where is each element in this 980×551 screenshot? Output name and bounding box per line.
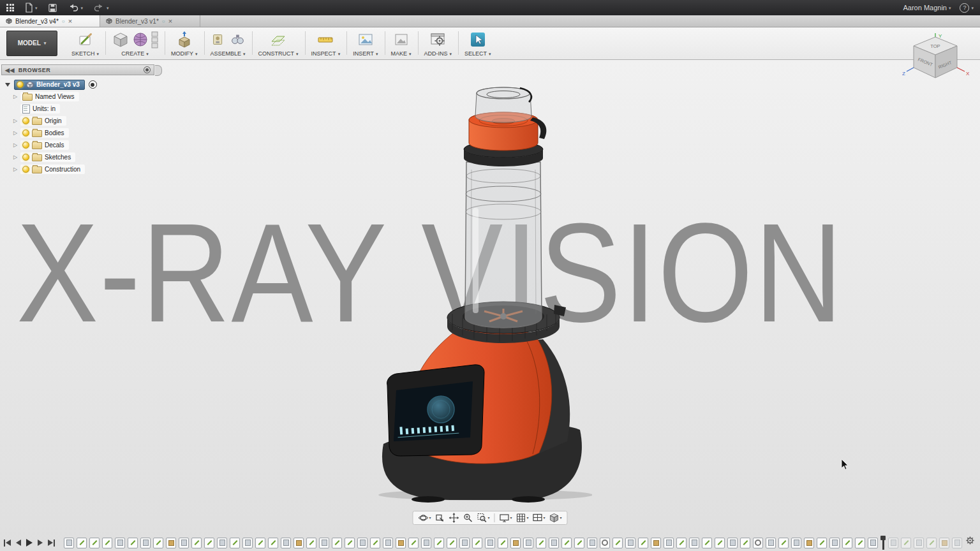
timeline-sketch-feature-icon[interactable] [77, 538, 87, 548]
skip-to-end-button[interactable] [48, 540, 55, 547]
timeline-doc-feature-icon[interactable] [357, 538, 368, 548]
timeline-sketch-feature-icon[interactable] [676, 538, 687, 548]
viewcube[interactable]: Y TOP FRONT RIGHT X Z [902, 32, 971, 85]
ribbon-group-make[interactable]: MAKE▾ [385, 27, 418, 59]
timeline-sketch-feature-icon[interactable] [901, 538, 911, 548]
timeline-doc-feature-icon[interactable] [689, 538, 699, 548]
blender-model[interactable] [372, 80, 592, 504]
ribbon-group-construct[interactable]: CONSTRUCT▾ [252, 27, 305, 59]
timeline-doc-feature-icon[interactable] [766, 538, 776, 548]
timeline-sketch-feature-icon[interactable] [255, 538, 265, 548]
browser-item-construction[interactable]: ▷Construction [4, 163, 154, 175]
grid-settings-button[interactable]: ▾ [514, 512, 531, 524]
timeline-doc-feature-icon[interactable] [459, 538, 470, 548]
timeline-doc-feature-icon[interactable] [485, 538, 495, 548]
timeline-sketch-feature-icon[interactable] [102, 538, 112, 548]
timeline-doc-feature-icon[interactable] [523, 538, 533, 548]
timeline-doc-feature-icon[interactable] [64, 538, 74, 548]
timeline-doc-feature-icon[interactable] [727, 538, 738, 548]
timeline-sketch-feature-icon[interactable] [434, 538, 444, 548]
timeline-doc-feature-icon[interactable] [179, 538, 189, 548]
create-form-icon[interactable] [131, 31, 149, 48]
browser-item-origin[interactable]: ▷Origin [4, 115, 154, 127]
create-sketch-icon[interactable] [77, 31, 94, 48]
tab-close-icon[interactable]: × [68, 17, 72, 25]
expand-closed-icon[interactable]: ▷ [13, 142, 18, 148]
timeline-doc-feature-icon[interactable] [217, 538, 227, 548]
ribbon-group-modify[interactable]: MODIFY▾ [165, 27, 204, 59]
timeline-doc-feature-icon[interactable] [281, 538, 291, 548]
activate-component-icon[interactable] [89, 80, 97, 89]
timeline-doc-feature-icon[interactable] [625, 538, 635, 548]
tab-close-icon[interactable]: × [168, 17, 172, 25]
timeline-box-feature-icon[interactable] [651, 538, 661, 548]
step-back-button[interactable] [16, 540, 21, 546]
ribbon-group-select[interactable]: SELECT▾ [458, 27, 498, 59]
timeline-sketch-feature-icon[interactable] [536, 538, 546, 548]
redo-button[interactable]: ▾ [93, 3, 109, 12]
timeline-doc-feature-icon[interactable] [319, 538, 329, 548]
timeline-doc-feature-icon[interactable] [383, 538, 393, 548]
timeline-sketch-feature-icon[interactable] [778, 538, 789, 548]
user-menu[interactable]: Aaron Magnin ▾ [903, 4, 951, 11]
timeline-sketch-feature-icon[interactable] [268, 538, 278, 548]
step-forward-button[interactable] [38, 540, 43, 546]
collapse-panel-icon[interactable]: ◀◀ [5, 67, 15, 73]
timeline-doc-feature-icon[interactable] [587, 538, 597, 548]
construction-plane-icon[interactable] [269, 31, 287, 48]
timeline-doc-feature-icon[interactable] [549, 538, 559, 548]
ribbon-group-assemble[interactable]: ASSEMBLE▾ [204, 27, 252, 59]
timeline-sketch-feature-icon[interactable] [191, 538, 202, 548]
timeline-doc-feature-icon[interactable] [952, 538, 962, 548]
look-at-button[interactable] [433, 512, 447, 524]
expand-closed-icon[interactable]: ▷ [13, 154, 18, 160]
timeline-sketch-feature-icon[interactable] [740, 538, 750, 548]
timeline-box-feature-icon[interactable] [293, 538, 304, 548]
zoom-button[interactable] [461, 512, 475, 524]
timeline-sketch-feature-icon[interactable] [926, 538, 937, 548]
timeline-sketch-feature-icon[interactable] [715, 538, 725, 548]
skip-to-start-button[interactable] [4, 540, 11, 547]
timeline-sketch-feature-icon[interactable] [447, 538, 457, 548]
document-tab[interactable]: Blender_v3 v1*○× [100, 15, 200, 27]
timeline-doc-feature-icon[interactable] [888, 538, 898, 548]
help-menu[interactable]: ? ▾ [960, 3, 974, 13]
timeline-sketch-feature-icon[interactable] [855, 538, 865, 548]
timeline-sketch-feature-icon[interactable] [345, 538, 355, 548]
timeline-sketch-feature-icon[interactable] [817, 538, 827, 548]
ribbon-group-addins[interactable]: ADD-INS▾ [418, 27, 459, 59]
timeline-sketch-feature-icon[interactable] [472, 538, 482, 548]
ribbon-group-create[interactable]: CREATE▾ [105, 27, 165, 59]
file-menu-button[interactable]: ▾ [24, 3, 38, 13]
save-button[interactable] [48, 3, 57, 13]
workspace-switcher[interactable]: MODEL ▾ [6, 31, 57, 56]
timeline-box-feature-icon[interactable] [396, 538, 406, 548]
visibility-bulb-icon[interactable] [22, 154, 29, 161]
timeline-box-feature-icon[interactable] [804, 538, 814, 548]
create-flyout-stack-icon[interactable] [151, 31, 158, 48]
select-icon[interactable] [469, 31, 487, 48]
insert-image-icon[interactable] [357, 31, 375, 48]
browser-item-sketches[interactable]: ▷Sketches [4, 151, 154, 163]
timeline-box-feature-icon[interactable] [939, 538, 949, 548]
viewports-button[interactable]: ▾ [531, 512, 547, 524]
timeline-doc-feature-icon[interactable] [115, 538, 125, 548]
timeline-doc-feature-icon[interactable] [791, 538, 801, 548]
press-pull-icon[interactable] [175, 31, 193, 48]
timeline-doc-feature-icon[interactable] [664, 538, 674, 548]
orbit-button[interactable]: ▾ [416, 512, 433, 524]
measure-icon[interactable] [316, 31, 334, 48]
visibility-bulb-icon[interactable] [22, 166, 29, 173]
panel-flyout-handle[interactable] [155, 65, 162, 76]
browser-item-bodies[interactable]: ▷Bodies [4, 127, 154, 139]
visibility-bulb-icon[interactable] [22, 142, 29, 149]
joint-icon[interactable] [229, 31, 246, 48]
timeline-doc-feature-icon[interactable] [829, 538, 840, 548]
timeline-sketch-feature-icon[interactable] [408, 538, 419, 548]
timeline-sketch-feature-icon[interactable] [370, 538, 380, 548]
timeline-doc-feature-icon[interactable] [242, 538, 253, 548]
expand-closed-icon[interactable]: ▷ [13, 166, 18, 172]
timeline-sketch-feature-icon[interactable] [230, 538, 240, 548]
timeline-sketch-feature-icon[interactable] [842, 538, 852, 548]
timeline-sketch-feature-icon[interactable] [498, 538, 508, 548]
